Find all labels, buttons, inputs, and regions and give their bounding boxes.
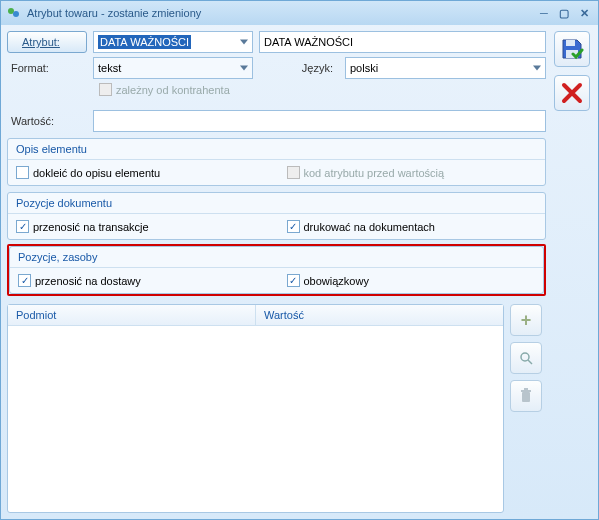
table: Podmiot Wartość [7, 304, 504, 513]
group-pozycje-dokumentu: Pozycje dokumentu przenosić na transakcj… [7, 192, 546, 240]
svg-rect-5 [521, 390, 531, 392]
body: Atrybut: DATA WAŻNOŚCI DATA WAŻNOŚCI For… [1, 25, 598, 519]
attribute-combo[interactable]: DATA WAŻNOŚCI [93, 31, 253, 53]
group-pozdoc-title: Pozycje dokumentu [8, 193, 545, 214]
dependent-label: zależny od kontrahenta [116, 84, 230, 96]
plus-icon: + [521, 310, 532, 331]
cb-kod-atrybutu-label: kod atrybutu przed wartością [304, 167, 445, 179]
row-dependent: zależny od kontrahenta [7, 83, 546, 96]
cancel-button[interactable] [554, 75, 590, 111]
cb-przenosic-dostawy[interactable] [18, 274, 31, 287]
cancel-icon [561, 82, 583, 104]
group-pozycje-zasoby: Pozycje, zasoby przenosić na dostawy obo… [9, 246, 544, 294]
magnifier-icon [518, 350, 534, 366]
chevron-down-icon [240, 66, 248, 71]
attribute-button[interactable]: Atrybut: [7, 31, 87, 53]
cb-dokleic[interactable] [16, 166, 29, 179]
window: Atrybut towaru - zostanie zmieniony ─ ▢ … [0, 0, 599, 520]
svg-line-3 [528, 360, 532, 364]
pozdoc-col1: przenosić na transakcje [16, 220, 267, 233]
highlight-pozycje-zasoby: Pozycje, zasoby przenosić na dostawy obo… [7, 244, 546, 296]
th-wartosc[interactable]: Wartość [256, 305, 503, 326]
save-button[interactable] [554, 31, 590, 67]
form-area: Atrybut: DATA WAŻNOŚCI DATA WAŻNOŚCI For… [7, 31, 546, 513]
pozdoc-col2: drukować na dokumentach [287, 220, 538, 233]
trash-icon [519, 388, 533, 404]
app-icon [7, 6, 21, 20]
search-button[interactable] [510, 342, 542, 374]
cb-kod-atrybutu [287, 166, 300, 179]
format-value: tekst [98, 62, 121, 74]
language-combo[interactable]: polski [345, 57, 546, 79]
chevron-down-icon [533, 66, 541, 71]
add-button[interactable]: + [510, 304, 542, 336]
minimize-button[interactable]: ─ [536, 6, 552, 20]
save-icon [560, 37, 584, 61]
attribute-combo-value: DATA WAŻNOŚCI [98, 35, 191, 49]
th-podmiot[interactable]: Podmiot [8, 305, 256, 326]
format-label: Format: [7, 62, 87, 74]
lang-label: Język: [259, 62, 339, 74]
maximize-button[interactable]: ▢ [556, 6, 572, 20]
dependent-checkbox [99, 83, 112, 96]
format-combo[interactable]: tekst [93, 57, 253, 79]
cb-drukowac-label: drukować na dokumentach [304, 221, 435, 233]
cb-obowiazkowy[interactable] [287, 274, 300, 287]
table-head: Podmiot Wartość [8, 305, 503, 326]
opis-col1: dokleić do opisu elementu [16, 166, 267, 179]
attribute-button-label: Atrybut: [22, 36, 60, 48]
svg-point-0 [8, 8, 14, 14]
pozzas-col2: obowiązkowy [287, 274, 536, 287]
wartosc-label: Wartość: [7, 115, 87, 127]
group-opis-elementu: Opis elementu dokleić do opisu elementu … [7, 138, 546, 186]
svg-rect-6 [524, 388, 528, 390]
wartosc-input[interactable] [93, 110, 546, 132]
cb-drukowac[interactable] [287, 220, 300, 233]
window-title: Atrybut towaru - zostanie zmieniony [27, 7, 532, 19]
chevron-down-icon [240, 40, 248, 45]
cb-przenosic-transakcje[interactable] [16, 220, 29, 233]
svg-rect-4 [522, 392, 530, 402]
delete-button[interactable] [510, 380, 542, 412]
row-attribute: Atrybut: DATA WAŻNOŚCI DATA WAŻNOŚCI [7, 31, 546, 53]
cb-przenosic-dostawy-label: przenosić na dostawy [35, 275, 141, 287]
attribute-text[interactable]: DATA WAŻNOŚCI [259, 31, 546, 53]
svg-rect-7 [566, 40, 575, 46]
row-format: Format: tekst Język: polski [7, 57, 546, 79]
cb-przenosic-transakcje-label: przenosić na transakcje [33, 221, 149, 233]
dependent-checkbox-wrap: zależny od kontrahenta [99, 83, 230, 96]
svg-point-1 [13, 11, 19, 17]
attribute-text-value: DATA WAŻNOŚCI [264, 36, 353, 48]
language-value: polski [350, 62, 378, 74]
group-pozzas-title: Pozycje, zasoby [10, 247, 543, 268]
row-wartosc: Wartość: [7, 110, 546, 132]
close-button[interactable]: ✕ [576, 6, 592, 20]
side-buttons [552, 31, 592, 513]
table-side-buttons: + [510, 304, 546, 513]
cb-dokleic-label: dokleić do opisu elementu [33, 167, 160, 179]
svg-point-2 [521, 353, 529, 361]
table-body [8, 326, 503, 512]
opis-col2: kod atrybutu przed wartością [287, 166, 538, 179]
titlebar: Atrybut towaru - zostanie zmieniony ─ ▢ … [1, 1, 598, 25]
group-opis-title: Opis elementu [8, 139, 545, 160]
pozzas-col1: przenosić na dostawy [18, 274, 267, 287]
table-area: Podmiot Wartość + [7, 304, 546, 513]
cb-obowiazkowy-label: obowiązkowy [304, 275, 369, 287]
